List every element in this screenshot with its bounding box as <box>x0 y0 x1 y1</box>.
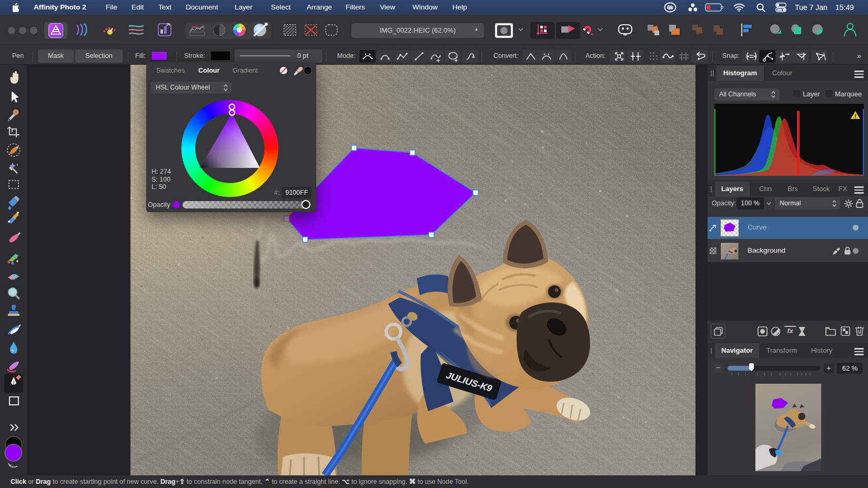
svg-text:!: ! <box>854 113 856 119</box>
